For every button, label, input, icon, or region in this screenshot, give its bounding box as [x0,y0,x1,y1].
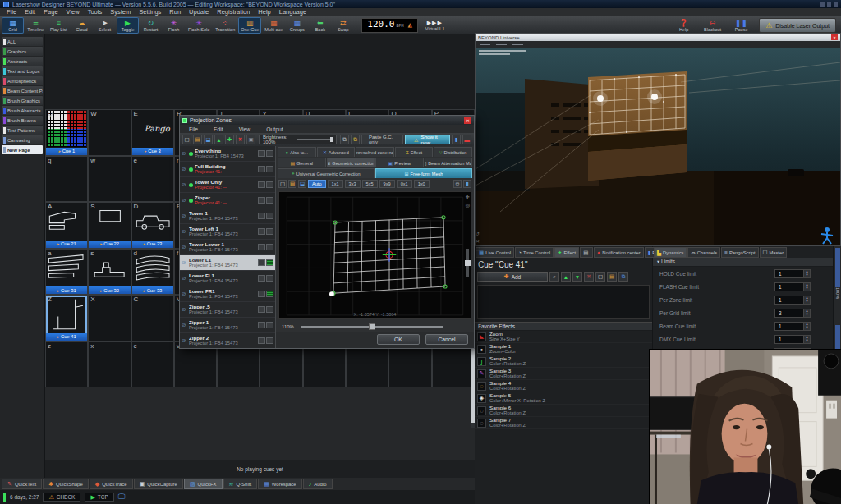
limit-value-field[interactable]: 3 [774,309,804,318]
zone-row[interactable]: ⊘ Lower FR1 Projector 1: FB4 15473 [180,286,275,302]
dynamics-tab[interactable]: ⏛ Channels [687,247,720,258]
menu-item[interactable]: Registration [213,8,254,16]
zone-grid-button[interactable] [266,259,273,266]
viz-3d-scene[interactable] [476,48,840,245]
favorite-effect-item[interactable]: ✎ Sample 3 Color+Rotation Z [475,368,652,380]
panel-tab[interactable]: ▤ [580,247,593,258]
dialog-close-icon[interactable]: ✕ [464,117,471,124]
mesh-view-button[interactable]: ⊖ [453,180,462,188]
zone-grid-button[interactable] [266,291,273,297]
menu-item[interactable]: Tools [84,8,107,16]
minimize-button[interactable] [820,2,825,7]
toolbar-button[interactable]: ☁ Cloud [71,17,93,34]
effect-tool-button[interactable]: ⌕ [549,272,559,282]
zone-grid-button[interactable] [266,166,273,172]
toolbar-button[interactable]: ➤ Select [94,17,116,34]
effect-tool-button[interactable]: ▢ [595,272,605,282]
mesh-file-button[interactable]: ▢ [278,180,287,188]
zone-row[interactable]: ⊘ Everything Projector 1: FB4 15473 [180,146,275,162]
dialog-tool-button[interactable]: ▲ [214,135,223,144]
page-tab[interactable]: Brush Beams [2,116,43,125]
viz-menu-bar[interactable] [476,41,840,48]
toolbar-button[interactable]: ✳ Flash [163,17,185,34]
close-button[interactable] [834,2,838,7]
menu-item[interactable]: Run [165,8,185,16]
toolbar-button[interactable]: ▶ Toggle [117,17,139,34]
toolbar-right-button[interactable]: ⚠ Disable Laser Output [759,18,836,33]
dialog-menu-item[interactable]: View [235,126,255,132]
dialog-title-bar[interactable]: Projection Zones ✕ [180,116,474,125]
quick-tab[interactable]: ✎ QuickText [2,479,42,489]
spinner-icon[interactable] [804,322,811,331]
zone-test-button[interactable] [258,306,265,313]
dialog-tool-button[interactable]: ✚ [225,135,234,144]
canvas-vertical-slider[interactable] [466,249,469,277]
favorite-effect-item[interactable]: ◌ Sample 7 Color+Rotation Z [475,417,652,429]
zone-test-button[interactable] [258,337,265,344]
dialog-tool-button[interactable]: ▢ [182,135,191,144]
tcp-badge[interactable]: ▶ TCP [85,493,113,502]
favorite-effect-item[interactable]: ◣ Zoom Size X+Size Y [475,331,652,343]
dynamics-tab[interactable]: ▙ Dynamics [654,247,687,258]
zone-row[interactable]: ⊘ Tower Lower 1 Projector 1: FB4 15473 [180,240,275,255]
cue-cell[interactable]: e [131,156,174,203]
cue-cell[interactable]: x [88,341,131,388]
toolbar-right-button[interactable]: ❓ Help [673,17,695,34]
favorite-effect-item[interactable]: ʃ Sample 2 Color+Rotation Z [475,355,652,368]
cue-cell[interactable]: q [45,156,88,203]
effect-tool-button[interactable]: ▲ [561,272,571,282]
zone-test-button[interactable] [258,197,265,204]
mesh-preset-button[interactable]: 3x3 [345,180,361,188]
zone-tab[interactable]: ✖Unresolved zone names [356,147,394,157]
page-tab[interactable]: ALL [2,37,43,46]
zone-grid-button[interactable] [266,181,273,188]
zone-grid-button[interactable] [266,197,273,204]
zone-mute-icon[interactable]: ⊘ [182,306,187,313]
zone-mute-icon[interactable]: ⊘ [182,291,187,297]
mesh-file-button[interactable]: ▤ [288,180,296,188]
quick-tab[interactable]: ▣ QuickCapture [134,479,183,489]
spinner-icon[interactable] [804,309,811,318]
panel-tab[interactable]: ✦ Effect [554,247,579,258]
effect-tool-button[interactable]: ⧉ [618,272,628,282]
zone-mute-icon[interactable]: ⊘ [182,197,187,204]
ok-button[interactable]: OK [377,334,420,345]
zone-mute-icon[interactable]: ⊘ [182,181,187,188]
zone-tab[interactable]: ⑂Distribution [434,147,472,157]
page-tab[interactable]: Atmospherics [2,76,43,85]
zone-test-button[interactable] [258,213,265,219]
zone-grid-button[interactable] [266,275,273,282]
zone-mute-icon[interactable]: ⊘ [182,337,187,344]
toolbar-button[interactable]: ▦ Groups [286,17,308,34]
cue-cell[interactable]: s ▸Cue 32 [88,249,131,296]
zone-tab[interactable]: ⊞Geometric correction [327,158,375,167]
dialog-output-button[interactable]: ▮ [452,135,461,144]
effect-list-empty[interactable] [477,285,650,319]
check-badge[interactable]: ⚠ CHECK [43,493,80,502]
effect-tool-button[interactable]: ▤ [607,272,617,282]
cue-cell[interactable]: S ▸Cue 22 [88,202,131,249]
viz-side-tools[interactable]: ↺✕⬚ [476,231,482,251]
zone-row[interactable]: ⊘ Tower Only Projector 41: — [180,177,275,193]
viz-close-icon[interactable]: ✕ [831,34,838,40]
zone-row[interactable]: ⊘ Tower Left 1 Projector 1: FB4 15473 [180,224,275,240]
maximize-button[interactable] [827,2,831,7]
canvas-zoom-slider[interactable] [301,326,443,328]
toolbar-button[interactable]: ≣ Timeline [25,17,47,34]
menu-item[interactable]: Update [185,8,213,16]
page-tab[interactable]: New Page [2,145,43,154]
panel-tab[interactable]: ◔ Time Control [515,247,554,258]
effect-tool-button[interactable]: ▼ [572,272,582,282]
toolbar-button[interactable]: ⇄ Swap [332,17,354,34]
cue-cell[interactable]: c [131,341,174,388]
page-tab[interactable]: Graphics [2,47,43,56]
cue-cell[interactable]: W [88,109,131,156]
cue-cell[interactable]: Z ▸Cue 41 [45,295,88,341]
zone-mute-icon[interactable]: ⊘ [182,259,187,266]
cue-cell[interactable]: D ▸Cue 23 [131,202,174,249]
zone-mute-icon[interactable]: ⊘ [182,213,187,219]
zone-row[interactable]: ⊘ Lower L1 Projector 1: FB4 15473 [180,255,275,271]
dialog-tool-button[interactable]: ▣ [246,135,255,144]
master-fader[interactable]: 100% [833,246,841,353]
virtual-lj-button[interactable]: ▶▶▶ Virtual LJ [425,20,444,31]
